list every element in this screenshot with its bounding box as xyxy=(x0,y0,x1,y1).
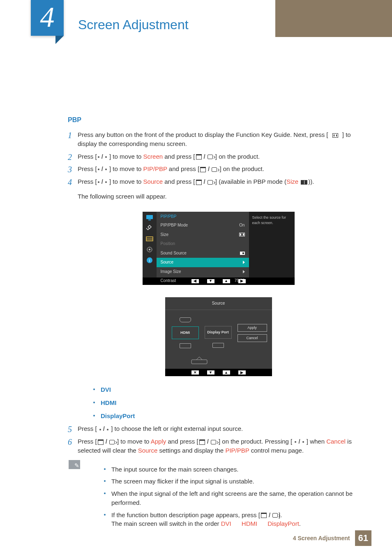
enter-icon xyxy=(109,440,115,444)
tab-osd-icon xyxy=(145,236,154,242)
step-1: Press any button on the front of the pro… xyxy=(68,130,359,148)
osd-row: PIP/PBP ModeOn xyxy=(157,221,249,230)
enter-icon xyxy=(272,513,278,518)
enter-icon xyxy=(208,180,213,185)
pbp-size-icon xyxy=(301,180,307,185)
tab-setup-icon xyxy=(145,246,154,253)
osd-hint: Select the source for each screen. xyxy=(249,212,295,278)
osd-row: Position xyxy=(157,239,249,249)
page-number: 61 xyxy=(355,530,371,546)
enter-icon xyxy=(208,155,213,159)
src-cancel: Cancel xyxy=(238,334,267,342)
step-2: Press [/ ] to move to Screen and press [… xyxy=(68,152,359,161)
svg-rect-9 xyxy=(191,360,207,364)
note-item: When the input signal of the left and ri… xyxy=(88,489,359,507)
footer-label: 4 Screen Adjustment xyxy=(293,534,350,542)
rect-icon xyxy=(196,180,202,185)
rect-icon xyxy=(200,167,206,172)
osd-row-selected: Source xyxy=(157,258,249,267)
note-item: If the function button description page … xyxy=(88,511,359,529)
svg-rect-0 xyxy=(146,215,153,219)
keyboard-icon xyxy=(173,356,264,363)
rect-icon xyxy=(199,439,205,445)
section-heading: PBP xyxy=(68,115,359,125)
src-navbar: ✕▼▲▶ xyxy=(165,369,272,376)
src-left: HDMI xyxy=(172,326,199,339)
svg-rect-2 xyxy=(146,237,153,241)
option-displayport: DisplayPort xyxy=(78,412,359,421)
tab-info-icon: i xyxy=(145,257,154,264)
src-apply: Apply xyxy=(238,324,267,332)
step-5: Press [ / ] to choose the left or right … xyxy=(68,424,359,433)
option-hdmi: HDMI xyxy=(78,398,359,407)
tab-pip-icon xyxy=(145,225,154,231)
step-4: Press [/ ] to move to Source and press [… xyxy=(68,177,359,420)
svg-point-6 xyxy=(149,249,150,250)
note-item: The screen may flicker if the input sign… xyxy=(88,477,359,486)
osd-screenshot-1: i PIP/PBP PIP/PBP ModeOn Size Position S… xyxy=(143,212,295,285)
rect-icon xyxy=(98,439,104,445)
svg-rect-1 xyxy=(148,220,151,220)
osd-row: Contrast75/75 xyxy=(157,276,249,286)
chapter-number-badge: 4 xyxy=(31,0,64,36)
rect-icon xyxy=(196,154,202,160)
note-item: The input source for the main screen cha… xyxy=(88,465,359,474)
option-dvi: DVI xyxy=(78,385,359,394)
enter-icon xyxy=(212,167,217,172)
osd-row: Image Size xyxy=(157,267,249,277)
src-right: Display Port xyxy=(205,326,232,339)
note-icon xyxy=(69,460,80,469)
step-3: Press [/ ] to move to PIP/PBP and press … xyxy=(68,164,359,173)
chapter-title: Screen Adjustment xyxy=(78,15,189,34)
tab-picture-icon xyxy=(145,214,154,221)
osd-row: Size xyxy=(157,230,249,240)
osd-screenshot-2: Source HDMI Display Port xyxy=(165,297,272,377)
src-title: Source xyxy=(165,297,272,310)
menu-icon xyxy=(332,133,338,138)
enter-icon xyxy=(211,440,216,444)
step-6: Press [/ ] to move to Apply and press [/… xyxy=(68,437,359,455)
osd-title: PIP/PBP xyxy=(157,212,249,221)
osd-row: Sound Source xyxy=(157,249,249,258)
rect-icon xyxy=(261,513,267,518)
svg-text:i: i xyxy=(149,258,150,263)
